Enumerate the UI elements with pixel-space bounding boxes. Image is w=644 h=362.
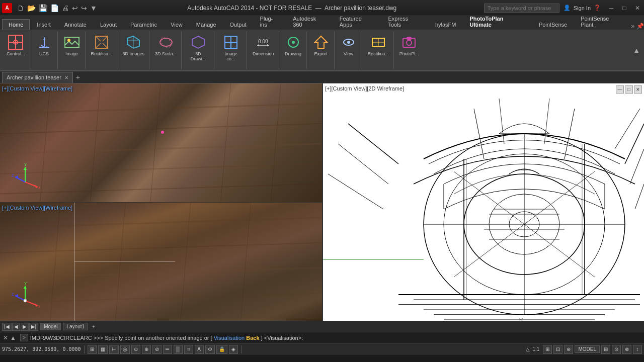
photopl-button[interactable]: PhotoPl... xyxy=(397,32,422,58)
add-layout-icon[interactable]: + xyxy=(92,324,95,329)
vp-close-btn[interactable]: ✕ xyxy=(634,85,642,94)
svg-line-12 xyxy=(96,36,101,41)
selection-icon[interactable]: ⌗ xyxy=(184,345,193,354)
search-input[interactable] xyxy=(484,4,559,13)
save-icon[interactable]: 💾 xyxy=(38,3,48,13)
svg-line-62 xyxy=(0,267,321,278)
save-as-icon[interactable]: 📄 xyxy=(49,3,60,13)
open-file-icon[interactable]: 📂 xyxy=(26,3,37,13)
gps-icon[interactable]: ⊛ xyxy=(564,345,573,354)
polar-icon[interactable]: ◎ xyxy=(120,345,130,354)
control-button[interactable]: Control... xyxy=(4,32,28,58)
cmd-prompt-icon[interactable]: > xyxy=(20,334,28,341)
tab-prev-arrow[interactable]: ◀ xyxy=(12,323,20,331)
cmd-close-icon[interactable]: ✕ xyxy=(3,334,8,341)
print-icon[interactable]: 🖨 xyxy=(61,3,70,13)
view-button[interactable]: View xyxy=(338,32,360,58)
allow-disallow-icon[interactable]: ⊘ xyxy=(152,345,162,354)
transparency-icon[interactable]: ▒ xyxy=(174,345,183,354)
3d-images-button[interactable]: 3D Images xyxy=(120,32,147,58)
workspace-icon[interactable]: ⚙ xyxy=(205,345,215,354)
osnap-icon[interactable]: ⊙ xyxy=(131,345,140,354)
image-co-button[interactable]: Image co... xyxy=(217,32,245,63)
rectifica-button[interactable]: Rectifica... xyxy=(89,32,115,58)
vp-restore-btn[interactable]: — xyxy=(616,85,624,94)
tab-view[interactable]: View xyxy=(164,19,189,30)
dimension-button[interactable]: 0.00 Dimension xyxy=(250,32,277,58)
help-icon[interactable]: ❓ xyxy=(594,5,601,11)
doc-tab-close[interactable]: ✕ xyxy=(64,75,68,80)
viewport-lock-icon[interactable]: ⊞ xyxy=(601,345,610,354)
tab-insert[interactable]: Insert xyxy=(30,19,57,30)
otrack-icon[interactable]: ⊕ xyxy=(142,345,151,354)
pin-icon[interactable]: 📌 xyxy=(636,23,644,30)
svg-line-13 xyxy=(103,36,108,41)
export-button[interactable]: Export xyxy=(310,32,332,58)
tab-layout[interactable]: Layout xyxy=(94,19,123,30)
maximize-button[interactable]: □ xyxy=(618,0,631,16)
new-tab-button[interactable]: + xyxy=(73,72,83,82)
tab-parametric[interactable]: Parametric xyxy=(124,19,164,30)
more-icon[interactable]: ▼ xyxy=(89,3,98,13)
minimize-button[interactable]: ─ xyxy=(605,0,618,16)
cmd-expand-icon[interactable]: ▲ xyxy=(10,334,16,341)
tab-first-arrow[interactable]: |◀ xyxy=(2,323,12,331)
right-viewport[interactable]: [+][Custom View][2D Wireframe] — □ ✕ xyxy=(323,83,644,321)
svg-line-46 xyxy=(40,83,50,202)
viewport-top-left[interactable]: X Y Z [+][Custom View][Wireframe] xyxy=(0,83,322,203)
grid-icon[interactable]: ▦ xyxy=(98,345,108,354)
3d-surface-button[interactable]: 3D Surfa... xyxy=(152,32,179,58)
lock-icon[interactable]: 🔒 xyxy=(216,345,227,354)
drawing-button[interactable]: Drawing xyxy=(282,32,304,58)
tab-annotate[interactable]: Annotate xyxy=(58,19,93,30)
svg-marker-21 xyxy=(192,36,204,48)
sync-icon[interactable]: ↕ xyxy=(633,345,642,354)
sign-in-link[interactable]: Sign In xyxy=(574,5,591,11)
bottom-toolbar: 975.2627, 392.0589, 0.0000 ⊞ ▦ ⊢ ◎ ⊙ ⊕ ⊘… xyxy=(0,343,644,355)
model-tab[interactable]: Model xyxy=(40,323,61,330)
viewport-area: X Y Z [+][Custom View][Wireframe] xyxy=(0,83,644,321)
svg-line-63 xyxy=(0,293,321,303)
close-button[interactable]: ✕ xyxy=(631,0,644,16)
svg-marker-56 xyxy=(15,175,18,179)
svg-line-50 xyxy=(271,83,281,202)
lineweight-icon[interactable]: ═ xyxy=(163,345,172,354)
svg-rect-22 xyxy=(225,36,231,42)
3d-drawing-button[interactable]: 3D Drawi... xyxy=(185,32,212,63)
nav-icon[interactable]: ⊡ xyxy=(553,345,562,354)
svg-point-77 xyxy=(24,299,27,302)
document-tab[interactable]: Archer pavillion teaser ✕ xyxy=(2,72,73,83)
svg-line-43 xyxy=(0,144,321,154)
unit-display-icon[interactable]: ⊞ xyxy=(543,345,552,354)
performance-icon[interactable]: ⊙ xyxy=(612,345,621,354)
viewport-bottom-left[interactable]: X Y Z [+][Custom View][Wireframe] xyxy=(0,203,322,321)
rectifica2-button[interactable]: Rectifica... xyxy=(365,32,391,58)
viewport-top-left-label: [+][Custom View][Wireframe] xyxy=(2,85,72,92)
ribbon-group-rectifica2: Rectifica... xyxy=(363,31,394,69)
ortho-icon[interactable]: ⊢ xyxy=(109,345,119,354)
isolate-icon[interactable]: ◈ xyxy=(229,345,238,354)
layout1-tab[interactable]: Layout1 xyxy=(63,323,88,330)
ucs-button[interactable]: UCS xyxy=(33,32,55,58)
tab-hylasfm[interactable]: hylasFM xyxy=(429,19,463,30)
tab-next-arrow[interactable]: ▶ xyxy=(21,323,29,331)
redo-icon[interactable]: ↪ xyxy=(80,3,88,13)
undo-icon[interactable]: ↩ xyxy=(71,3,79,13)
annotate-icon[interactable]: A xyxy=(195,345,204,354)
tab-home[interactable]: Home xyxy=(2,19,30,30)
image-button[interactable]: Image xyxy=(61,32,83,58)
snap-icon[interactable]: ⊞ xyxy=(88,345,97,354)
ribbon-group-ucs: UCS xyxy=(31,31,58,69)
more-tabs-icon[interactable]: » xyxy=(631,23,634,30)
new-file-icon[interactable]: 🗋 xyxy=(16,3,25,13)
model-status-display[interactable]: MODEL xyxy=(575,345,600,353)
tab-last-arrow[interactable]: ▶| xyxy=(29,323,39,331)
collapse-ribbon-icon[interactable]: ▲ xyxy=(633,46,640,54)
tab-pointsense[interactable]: PointSense xyxy=(532,19,574,30)
annotation-scale-icon[interactable]: ⊗ xyxy=(622,345,631,354)
vp-max-btn[interactable]: □ xyxy=(625,85,633,94)
rectifica2-icon xyxy=(370,34,386,50)
tab-output[interactable]: Output xyxy=(223,19,253,30)
tab-manage[interactable]: Manage xyxy=(190,19,223,30)
ribbon-group-control: Control... xyxy=(2,31,30,69)
